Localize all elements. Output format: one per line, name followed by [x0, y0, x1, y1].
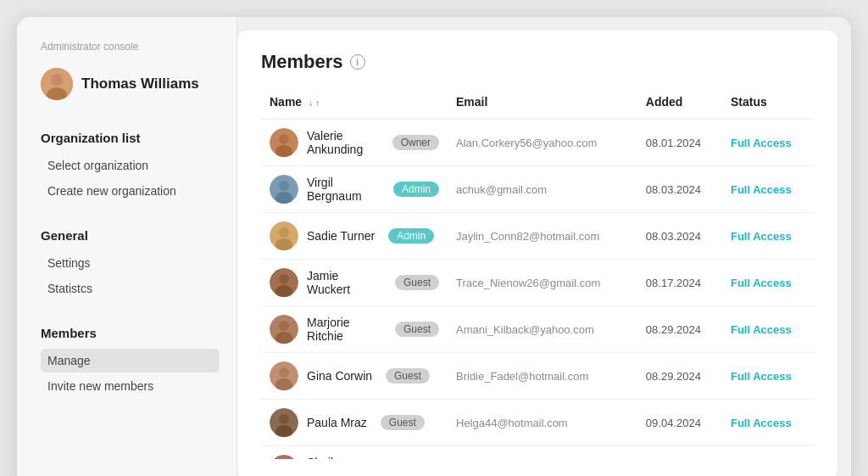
full-access-link-2[interactable]: Full Access — [731, 230, 792, 243]
sidebar-section-members: Members Manage Invite new members — [41, 319, 220, 400]
role-badge-0: Owner — [392, 135, 439, 150]
member-added-6: 09.04.2024 — [637, 400, 722, 446]
console-label: Administrator console — [41, 41, 220, 53]
app-container: Administrator console Thomas Williams Or… — [17, 17, 851, 476]
member-cell-5: Gina Corwin Guest — [261, 353, 448, 400]
member-access-1[interactable]: Full Access — [722, 166, 814, 213]
sidebar-item-manage[interactable]: Manage — [41, 349, 220, 372]
member-name-7: Sheila Bernhard — [307, 456, 381, 459]
member-name-2: Sadie Turner — [307, 229, 375, 243]
member-access-0[interactable]: Full Access — [722, 120, 814, 166]
svg-point-4 — [279, 134, 289, 144]
member-cell-7: Sheila Bernhard Guest — [261, 446, 448, 460]
member-email-1: achuk@gmail.com — [448, 166, 637, 213]
member-avatar-4 — [270, 315, 298, 344]
col-header-name: Name ↓ ↑ — [261, 88, 448, 120]
page-header: Members i — [261, 51, 814, 73]
member-email-3: Trace_Nienow26@gmail.com — [448, 260, 637, 306]
member-name-4: Marjorie Ritchie — [307, 316, 381, 343]
member-access-6[interactable]: Full Access — [722, 400, 814, 446]
member-cell-2: Sadie Turner Admin — [261, 213, 448, 260]
member-added-3: 08.17.2024 — [637, 260, 722, 306]
sidebar-section-general: General Settings Statistcs — [41, 221, 220, 302]
role-badge-5: Guest — [386, 368, 430, 384]
sidebar-item-settings[interactable]: Settings — [41, 251, 220, 275]
member-avatar-5 — [270, 361, 298, 390]
member-name-3: Jamie Wuckert — [307, 269, 381, 296]
member-avatar-7 — [270, 455, 298, 459]
member-email-5: Bridie_Fadel@hotmail.com — [448, 353, 637, 400]
full-access-link-0[interactable]: Full Access — [731, 137, 792, 149]
members-table: Name ↓ ↑ Email Added Status — [261, 88, 814, 459]
full-access-link-1[interactable]: Full Access — [731, 183, 792, 196]
table-wrapper: Name ↓ ↑ Email Added Status — [261, 88, 814, 459]
member-access-2[interactable]: Full Access — [722, 213, 814, 260]
full-access-link-5[interactable]: Full Access — [731, 370, 792, 383]
table-row: Valerie Ankunding Owner Alan.Corkery56@y… — [261, 120, 814, 166]
svg-point-24 — [270, 455, 298, 459]
table-row: Paula Mraz Guest Helga44@hotmail.com 09.… — [261, 400, 814, 446]
sidebar: Administrator console Thomas Williams Or… — [17, 17, 237, 476]
sidebar-item-statistics[interactable]: Statistcs — [41, 277, 220, 300]
svg-point-16 — [279, 321, 289, 331]
member-email-2: Jaylin_Conn82@hotmail.com — [448, 213, 637, 260]
sidebar-section-organization: Organization list Select organization Cr… — [41, 124, 220, 204]
avatar — [41, 68, 73, 100]
member-avatar-2 — [270, 221, 298, 250]
member-access-4[interactable]: Full Access — [722, 306, 814, 353]
member-added-7: 09.12.2024 — [637, 446, 722, 460]
role-badge-1: Admin — [393, 182, 439, 197]
member-name-6: Paula Mraz — [307, 416, 367, 429]
member-added-2: 08.03.2024 — [637, 213, 722, 260]
full-access-link-4[interactable]: Full Access — [731, 323, 792, 336]
member-cell-3: Jamie Wuckert Guest — [261, 260, 448, 306]
info-icon[interactable]: i — [350, 54, 365, 70]
member-email-0: Alan.Corkery56@yahoo.com — [448, 120, 637, 166]
member-name-0: Valerie Ankunding — [307, 129, 379, 156]
col-header-email: Email — [448, 88, 637, 120]
member-access-3[interactable]: Full Access — [722, 260, 814, 306]
member-cell-6: Paula Mraz Guest — [261, 400, 448, 446]
sidebar-section-header-org: Organization list — [41, 131, 220, 145]
svg-point-19 — [279, 367, 289, 378]
member-access-7[interactable]: Full Access — [722, 446, 814, 460]
role-badge-6: Guest — [381, 415, 425, 430]
member-cell-4: Marjorie Ritchie Guest — [261, 306, 448, 353]
member-added-4: 08.29.2024 — [637, 306, 722, 353]
member-access-5[interactable]: Full Access — [722, 353, 814, 400]
role-badge-2: Admin — [388, 228, 434, 244]
svg-point-1 — [51, 74, 63, 86]
member-cell-1: Virgil Bergnaum Admin — [261, 166, 448, 213]
member-added-5: 08.29.2024 — [637, 353, 722, 400]
full-access-link-3[interactable]: Full Access — [731, 277, 792, 289]
col-header-added: Added — [637, 88, 722, 120]
sidebar-item-select-org[interactable]: Select organization — [41, 154, 220, 177]
table-row: Marjorie Ritchie Guest Amani_Kilback@yah… — [261, 306, 814, 353]
member-email-6: Helga44@hotmail.com — [448, 400, 637, 446]
sidebar-item-invite[interactable]: Invite new members — [41, 374, 220, 398]
table-row: Jamie Wuckert Guest Trace_Nienow26@gmail… — [261, 260, 814, 306]
role-badge-3: Guest — [395, 275, 439, 290]
table-row: Virgil Bergnaum Admin achuk@gmail.com 08… — [261, 166, 814, 213]
member-avatar-1 — [270, 175, 298, 204]
col-header-status: Status — [722, 88, 814, 120]
full-access-link-6[interactable]: Full Access — [731, 417, 792, 429]
table-row: Sheila Bernhard Guest Hilario14@hotmail.… — [261, 446, 814, 460]
sort-icons[interactable]: ↓ ↑ — [309, 98, 320, 108]
member-email-4: Amani_Kilback@yahoo.com — [448, 306, 637, 353]
member-avatar-6 — [270, 408, 298, 437]
svg-point-10 — [279, 227, 289, 238]
sidebar-item-create-org[interactable]: Create new organization — [41, 179, 220, 203]
member-avatar-3 — [270, 268, 298, 297]
svg-point-22 — [279, 414, 289, 424]
sidebar-section-header-members: Members — [41, 326, 220, 340]
svg-point-7 — [279, 181, 289, 191]
member-added-0: 08.01.2024 — [637, 120, 722, 166]
member-cell-0: Valerie Ankunding Owner — [261, 120, 448, 166]
member-avatar-0 — [270, 128, 298, 157]
user-name: Thomas Williams — [81, 76, 199, 92]
svg-point-13 — [279, 274, 289, 284]
table-row: Sadie Turner Admin Jaylin_Conn82@hotmail… — [261, 213, 814, 260]
page-title: Members — [261, 51, 343, 73]
member-name-5: Gina Corwin — [307, 369, 372, 383]
